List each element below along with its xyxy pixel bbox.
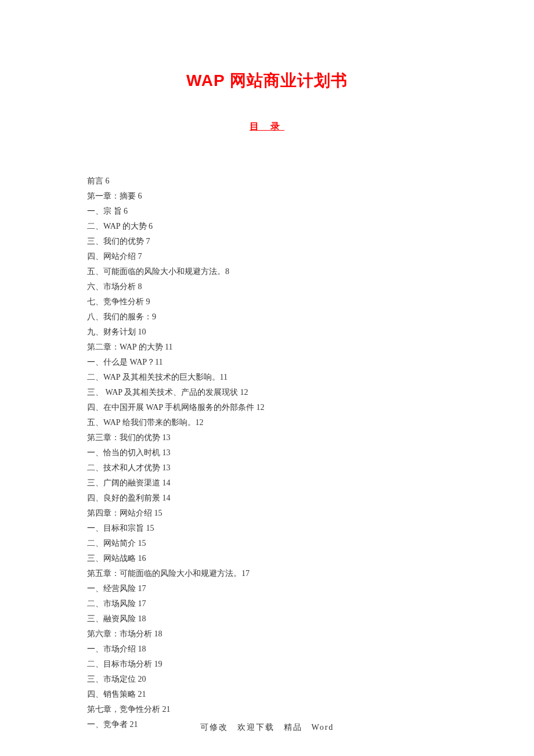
toc-item: 一、经营风险 17: [87, 581, 447, 596]
toc-item: 第四章：网站介绍 15: [87, 506, 447, 521]
toc-item: 第五章：可能面临的风险大小和规避方法。17: [87, 566, 447, 581]
page-footer: 可修改 欢迎下载 精品 Word: [0, 722, 534, 733]
toc-item: 五、WAP 给我们带来的影响。12: [87, 415, 447, 430]
toc-item: 三、市场定位 20: [87, 672, 447, 687]
toc-item: 二、WAP 及其相关技术的巨大影响。11: [87, 370, 447, 385]
document-page: WAP 网站商业计划书 目 录 前言 6 第一章：摘要 6 一、宗 旨 6 二、…: [0, 0, 534, 732]
toc-item: 三、广阔的融资渠道 14: [87, 476, 447, 491]
toc-item: 八、我们的服务：9: [87, 309, 447, 325]
toc-item: 第六章：市场分析 18: [87, 627, 447, 642]
toc-item: 九、财务计划 10: [87, 325, 447, 340]
toc-item: 四、在中国开展 WAP 手机网络服务的外部条件 12: [87, 400, 447, 415]
toc-item: 三、网站战略 16: [87, 551, 447, 566]
toc-item: 三、我们的优势 7: [87, 234, 447, 249]
document-title: WAP 网站商业计划书: [87, 70, 447, 92]
toc-item: 一、恰当的切入时机 13: [87, 445, 447, 460]
toc-heading: 目 录: [87, 121, 447, 133]
toc-item: 第三章：我们的优势 13: [87, 430, 447, 445]
toc-item: 第七章，竞争性分析 21: [87, 702, 447, 717]
toc-item: 二、WAP 的大势 6: [87, 219, 447, 234]
toc-item: 二、市场风险 17: [87, 596, 447, 611]
toc-item: 一、市场介绍 18: [87, 642, 447, 657]
toc-item: 五、可能面临的风险大小和规避方法。8: [87, 264, 447, 279]
toc-item: 四、网站介绍 7: [87, 249, 447, 264]
toc-item: 二、技术和人才优势 13: [87, 460, 447, 476]
toc-item: 一、什么是 WAP？11: [87, 355, 447, 370]
toc-item: 六、市场分析 8: [87, 279, 447, 294]
table-of-contents: 前言 6 第一章：摘要 6 一、宗 旨 6 二、WAP 的大势 6 三、我们的优…: [87, 174, 447, 732]
toc-item: 四、良好的盈利前景 14: [87, 491, 447, 506]
toc-item: 二、目标市场分析 19: [87, 657, 447, 672]
toc-item: 第二章：WAP 的大势 11: [87, 340, 447, 355]
toc-item: 三、融资风险 18: [87, 611, 447, 627]
toc-item: 前言 6: [87, 174, 447, 189]
toc-item: 一、宗 旨 6: [87, 204, 447, 219]
toc-item: 第一章：摘要 6: [87, 189, 447, 204]
toc-item: 四、销售策略 21: [87, 687, 447, 702]
toc-item: 三、 WAP 及其相关技术、产品的发展现状 12: [87, 385, 447, 400]
toc-item: 一、目标和宗旨 15: [87, 521, 447, 536]
toc-item: 二、网站简介 15: [87, 536, 447, 551]
toc-item: 七、竞争性分析 9: [87, 294, 447, 309]
